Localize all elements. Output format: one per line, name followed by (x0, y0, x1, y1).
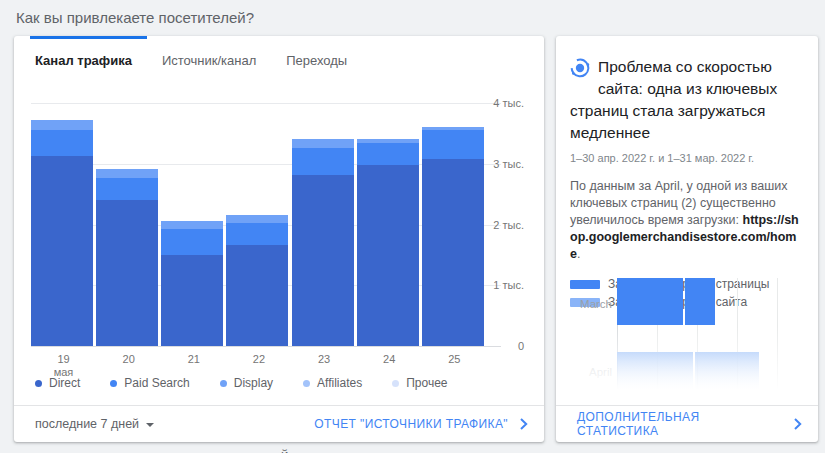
more-stats-link[interactable]: ДОПОЛНИТЕЛЬНАЯ СТАТИСТИКА (577, 410, 802, 438)
y-axis-label: 1 тыс. (478, 279, 524, 292)
chart-bar[interactable] (292, 139, 354, 346)
date-range-label: последние 7 дней (35, 417, 139, 431)
x-axis-label: 25 (422, 353, 487, 366)
bar-segment (617, 278, 683, 325)
y-axis-label: 2 тыс. (478, 219, 524, 232)
bar-segment (422, 159, 484, 346)
cut-off-next-section-text: й (281, 447, 288, 453)
legend-item: Прочее (392, 376, 447, 390)
gridline (31, 103, 501, 104)
chart-bar[interactable] (96, 169, 158, 346)
traffic-report-link[interactable]: ОТЧЕТ "ИСТОЧНИКИ ТРАФИКА" (314, 417, 528, 431)
bar-segment (357, 165, 419, 346)
traffic-chart-legend: DirectPaid SearchDisplayAffiliatesПрочее (35, 376, 448, 390)
mini-chart-bar (617, 278, 717, 325)
x-axis-line (31, 346, 501, 347)
legend-label: Paid Search (124, 376, 189, 390)
bar-segment (292, 139, 354, 148)
bar-segment (685, 278, 715, 325)
bar-segment (292, 148, 354, 175)
legend-label: Display (234, 376, 273, 390)
legend-item: Paid Search (110, 376, 189, 390)
tab-traffic-channel[interactable]: Канал трафика (35, 53, 132, 68)
legend-label: Прочее (406, 376, 447, 390)
insight-content: Проблема со скоростью сайта: одна из клю… (556, 36, 818, 309)
traffic-chart-plot: 01 тыс.2 тыс.3 тыс.4 тыс.19 мая202122232… (31, 104, 487, 347)
legend-dot-icon (392, 380, 399, 387)
insight-card: Проблема со скоростью сайта: одна из клю… (556, 36, 818, 442)
insight-body-period: . (577, 247, 580, 261)
bar-segment (357, 143, 419, 165)
insight-date-range: 1–30 апр. 2022 г. и 1–31 мар. 2022 г. (570, 152, 802, 164)
legend-dot-icon (303, 380, 310, 387)
page-title: Как вы привлекаете посетителей? (16, 9, 254, 26)
bar-segment (31, 120, 93, 130)
tab-bar: Канал трафика Источник/канал Переходы (14, 36, 544, 84)
legend-label: Affiliates (317, 376, 362, 390)
bar-segment (617, 352, 693, 398)
bar-segment (226, 245, 288, 346)
date-range-selector[interactable]: последние 7 дней (35, 417, 154, 431)
legend-item: Direct (35, 376, 80, 390)
chart-bar[interactable] (226, 215, 288, 346)
traffic-channels-card: Канал трафика Источник/канал Переходы 01… (14, 36, 544, 442)
x-axis-label: 23 (292, 353, 357, 366)
gridline (777, 278, 778, 398)
bar-segment (96, 178, 158, 200)
mini-chart-row-label: April (570, 366, 612, 378)
insight-card-footer: ДОПОЛНИТЕЛЬНАЯ СТАТИСТИКА (556, 406, 818, 442)
legend-label: Direct (49, 376, 80, 390)
chart-bar[interactable] (422, 127, 484, 346)
mini-chart-bar (617, 352, 761, 398)
y-axis-label: 3 тыс. (478, 158, 524, 171)
chart-bar[interactable] (161, 221, 223, 346)
bar-segment (292, 175, 354, 346)
bar-segment (422, 130, 484, 159)
bar-segment (161, 221, 223, 229)
x-axis-label: 22 (226, 353, 291, 366)
bar-segment (226, 215, 288, 223)
bar-segment (96, 169, 158, 178)
bar-segment (226, 223, 288, 245)
legend-item: Affiliates (303, 376, 362, 390)
chevron-down-icon (146, 423, 154, 427)
tab-referrals[interactable]: Переходы (286, 53, 347, 68)
y-axis-label: 4 тыс. (478, 97, 524, 110)
insight-title: Проблема со скоростью сайта: одна из клю… (570, 56, 802, 144)
active-tab-indicator (30, 36, 147, 39)
x-axis-label: 21 (161, 353, 226, 366)
bar-segment (31, 130, 93, 157)
insight-mini-chart: MarchApril (570, 278, 804, 404)
bar-segment (161, 229, 223, 256)
bar-segment (96, 200, 158, 346)
tab-source-medium[interactable]: Источник/канал (162, 53, 256, 68)
chevron-right-icon (519, 418, 528, 430)
x-axis-label: 20 (96, 353, 161, 366)
chart-bar[interactable] (31, 120, 93, 346)
traffic-report-link-label: ОТЧЕТ "ИСТОЧНИКИ ТРАФИКА" (314, 417, 508, 431)
traffic-card-footer: последние 7 дней ОТЧЕТ "ИСТОЧНИКИ ТРАФИК… (14, 406, 544, 442)
legend-dot-icon (220, 380, 227, 387)
mini-chart-row-label: March (570, 298, 612, 310)
legend-dot-icon (110, 380, 117, 387)
insight-body: По данным за April, у одной из ваших клю… (570, 178, 802, 263)
intelligence-icon (570, 58, 590, 78)
legend-dot-icon (35, 380, 42, 387)
legend-item: Display (220, 376, 273, 390)
x-axis-label: 24 (357, 353, 422, 366)
bar-segment (31, 156, 93, 346)
bar-segment (695, 352, 759, 398)
chart-bar[interactable] (357, 139, 419, 346)
more-stats-link-label: ДОПОЛНИТЕЛЬНАЯ СТАТИСТИКА (577, 410, 782, 438)
bar-segment (161, 255, 223, 346)
chevron-right-icon (793, 418, 802, 430)
